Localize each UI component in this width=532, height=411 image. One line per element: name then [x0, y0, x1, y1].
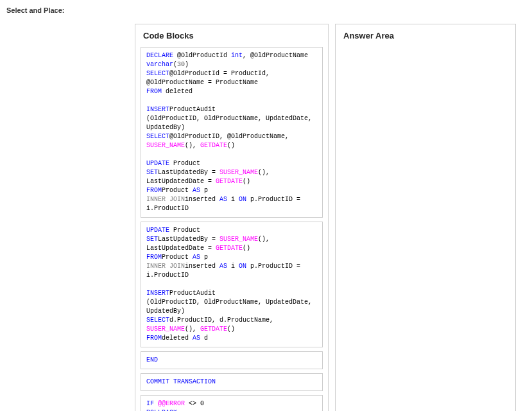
code-blocks-title: Code Blocks — [135, 24, 328, 47]
code-blocks-panel: Code Blocks DECLARE @OldProductId int, @… — [135, 24, 329, 411]
code-block-2[interactable]: UPDATE Product SETLastUpdatedBy = SUSER_… — [141, 222, 323, 347]
code-block-4[interactable]: COMMIT TRANSACTION — [141, 373, 323, 391]
select-place-label: Select and Place: — [6, 6, 532, 14]
code-block-3[interactable]: END — [141, 351, 323, 369]
answer-area-title: Answer Area — [336, 24, 515, 47]
code-block-5[interactable]: IF @@ERROR <> 0 ROLLBACK — [141, 395, 323, 411]
code-block-1[interactable]: DECLARE @OldProductId int, @OldProductNa… — [141, 47, 323, 218]
answer-panel[interactable]: Answer Area — [335, 24, 516, 411]
panels-container: Code Blocks DECLARE @OldProductId int, @… — [135, 24, 532, 411]
